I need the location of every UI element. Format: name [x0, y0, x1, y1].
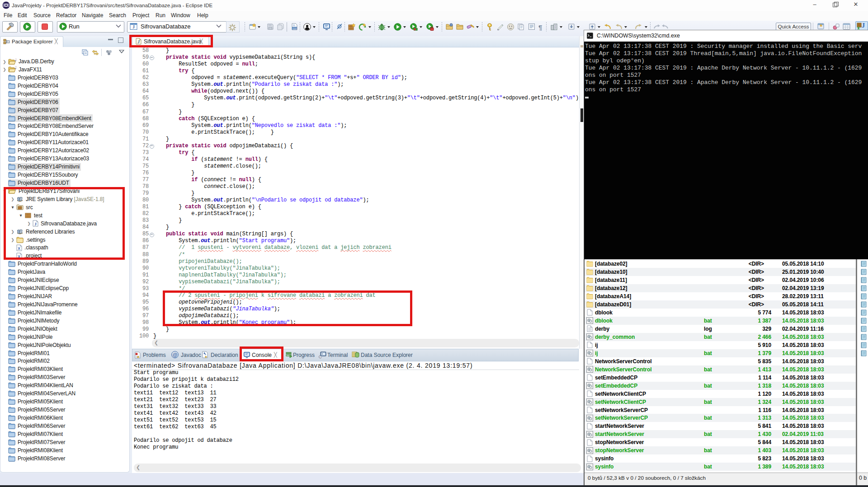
svg-text:J: J	[132, 24, 135, 29]
svg-text:J: J	[15, 66, 16, 70]
svg-text:J: J	[15, 58, 16, 62]
svg-text:010: 010	[292, 27, 297, 30]
